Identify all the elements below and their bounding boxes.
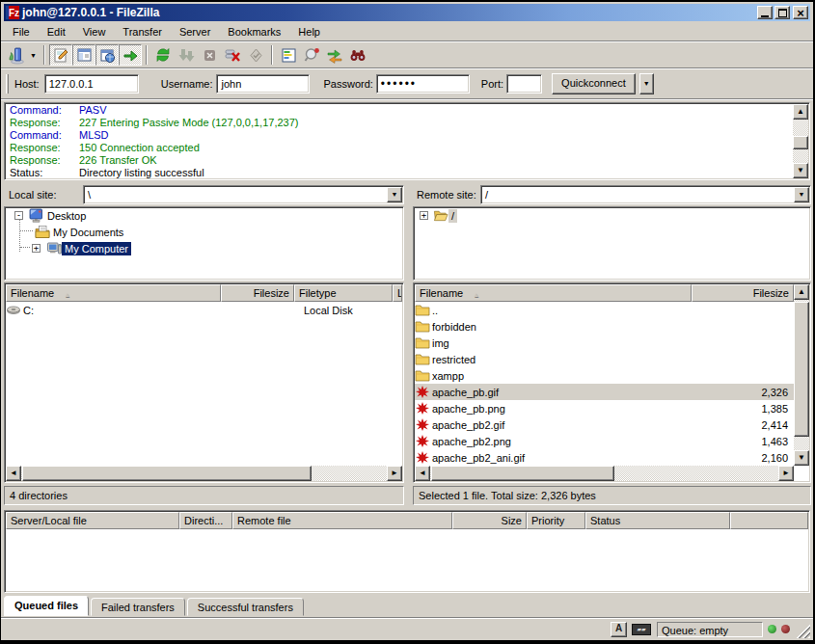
site-manager-dropdown[interactable]: ▼ bbox=[27, 44, 40, 66]
column-header-status[interactable]: Status bbox=[585, 512, 730, 529]
file-row[interactable]: img bbox=[415, 335, 794, 351]
expand-icon[interactable]: + bbox=[420, 211, 428, 220]
toggle-transfer-queue-button[interactable] bbox=[119, 44, 142, 66]
toggle-remote-tree-button[interactable] bbox=[95, 44, 119, 66]
expand-icon[interactable]: + bbox=[32, 244, 41, 253]
combo-dropdown-icon[interactable]: ▼ bbox=[387, 187, 402, 202]
remote-hscrollbar[interactable]: ◄ ► bbox=[415, 466, 794, 481]
menu-help[interactable]: Help bbox=[289, 24, 329, 40]
menu-view[interactable]: View bbox=[74, 24, 115, 40]
directory-listing-filters-button[interactable] bbox=[277, 44, 300, 66]
scroll-right-button[interactable]: ► bbox=[778, 466, 794, 481]
reconnect-button[interactable] bbox=[244, 44, 267, 66]
toggle-local-tree-button[interactable] bbox=[72, 44, 95, 66]
folder-icon bbox=[415, 368, 430, 383]
toolbar-separator bbox=[43, 45, 45, 65]
scroll-up-button[interactable]: ▲ bbox=[794, 284, 809, 300]
menu-file[interactable]: File bbox=[4, 24, 39, 40]
site-manager-button[interactable] bbox=[4, 44, 27, 66]
password-input[interactable]: •••••• bbox=[376, 74, 470, 94]
maximize-button[interactable] bbox=[774, 6, 790, 19]
menu-bookmarks[interactable]: Bookmarks bbox=[219, 24, 289, 40]
cancel-icon bbox=[202, 47, 218, 64]
directory-comparison-button[interactable] bbox=[300, 44, 323, 66]
scroll-down-button[interactable]: ▼ bbox=[793, 163, 808, 178]
file-row[interactable]: restricted bbox=[415, 351, 794, 367]
file-name: .. bbox=[430, 305, 438, 316]
column-header-filename[interactable]: Filename▲ bbox=[6, 284, 221, 302]
tab-queued-files[interactable]: Queued files bbox=[4, 596, 89, 616]
local-hscrollbar[interactable]: ◄ ► bbox=[6, 466, 402, 481]
column-header-filesize[interactable]: Filesize bbox=[692, 284, 794, 302]
local-site-combo[interactable]: \ ▼ bbox=[83, 185, 404, 204]
column-header-priority[interactable]: Priority bbox=[527, 512, 585, 529]
file-name: xampp bbox=[430, 370, 464, 382]
refresh-button[interactable] bbox=[151, 44, 175, 66]
column-header-size[interactable]: Size bbox=[452, 512, 527, 529]
file-row-c-drive[interactable]: C: Local Disk bbox=[6, 302, 402, 318]
quickconnect-button[interactable]: Quickconnect bbox=[552, 73, 636, 94]
file-row[interactable]: forbidden bbox=[415, 318, 794, 335]
cancel-operation-button[interactable] bbox=[198, 44, 221, 66]
column-header-remote-file[interactable]: Remote file bbox=[232, 512, 452, 529]
file-row[interactable]: apache_pb.png1,385 bbox=[415, 400, 794, 416]
column-header-server-local-file[interactable]: Server/Local file bbox=[6, 512, 179, 529]
minimize-button[interactable] bbox=[757, 6, 773, 19]
scroll-left-button[interactable]: ◄ bbox=[6, 466, 21, 481]
toggle-message-log-button[interactable] bbox=[49, 44, 72, 66]
close-button[interactable]: × bbox=[793, 6, 808, 19]
remote-site-combo[interactable]: / ▼ bbox=[480, 185, 811, 204]
file-row[interactable]: .. bbox=[415, 302, 794, 318]
disconnect-button[interactable] bbox=[221, 44, 244, 66]
tree-connector bbox=[20, 247, 30, 248]
scroll-thumb[interactable] bbox=[22, 466, 312, 481]
local-tree[interactable]: - Desktop My Documents bbox=[4, 206, 404, 281]
tab-failed-transfers[interactable]: Failed transfers bbox=[91, 598, 185, 616]
file-row[interactable]: apache_pb2.png1,463 bbox=[415, 433, 794, 449]
speed-limit-icon: ▰▰ bbox=[632, 624, 651, 635]
scroll-right-button[interactable]: ► bbox=[387, 466, 402, 481]
column-header-filesize[interactable]: Filesize bbox=[221, 284, 294, 302]
host-input[interactable]: 127.0.0.1 bbox=[44, 74, 139, 94]
scroll-down-button[interactable]: ▼ bbox=[794, 450, 809, 466]
scroll-left-button[interactable]: ◄ bbox=[415, 466, 430, 481]
synchronized-browsing-button[interactable] bbox=[323, 44, 346, 66]
file-row-selected[interactable]: apache_pb.gif2,326 bbox=[415, 384, 794, 400]
combo-dropdown-icon[interactable]: ▼ bbox=[794, 187, 809, 202]
log-scrollbar[interactable]: ▲ ▼ bbox=[793, 104, 808, 178]
menu-edit[interactable]: Edit bbox=[39, 24, 74, 40]
tab-successful-transfers[interactable]: Successful transfers bbox=[187, 598, 304, 616]
remote-site-label: Remote site: bbox=[413, 189, 480, 201]
menu-transfer[interactable]: Transfer bbox=[114, 24, 171, 40]
file-row[interactable]: apache_pb2.gif2,414 bbox=[415, 416, 794, 433]
quickconnect-dropdown[interactable]: ▼ bbox=[639, 73, 654, 94]
queue-tabs: Queued files Failed transfers Successful… bbox=[4, 596, 306, 616]
status-bar: A ▰▰ Queue: empty bbox=[4, 620, 810, 638]
tree-item-root[interactable]: / bbox=[448, 209, 457, 223]
column-header-lastmodified[interactable]: L bbox=[393, 284, 402, 302]
remote-vscrollbar[interactable]: ▲ ▼ bbox=[794, 284, 809, 466]
menu-server[interactable]: Server bbox=[171, 24, 219, 40]
column-header-filename[interactable]: Filename▲ bbox=[415, 284, 692, 302]
comparison-icon bbox=[303, 46, 320, 64]
column-header-direction[interactable]: Directi... bbox=[179, 512, 232, 529]
remote-tree[interactable]: + / bbox=[413, 206, 811, 281]
port-input[interactable] bbox=[506, 74, 542, 94]
find-files-button[interactable] bbox=[346, 44, 369, 66]
file-row[interactable]: apache_pb2_ani.gif2,160 bbox=[415, 449, 794, 466]
scroll-up-button[interactable]: ▲ bbox=[793, 104, 808, 120]
scroll-thumb[interactable] bbox=[431, 466, 614, 481]
process-queue-button[interactable] bbox=[175, 44, 198, 66]
file-row[interactable]: xampp bbox=[415, 367, 794, 384]
scroll-thumb[interactable] bbox=[794, 302, 809, 437]
column-header-filetype[interactable]: Filetype bbox=[294, 284, 393, 302]
folder-icon bbox=[415, 319, 430, 334]
tree-item-desktop[interactable]: Desktop bbox=[44, 209, 89, 223]
tree-item-my-documents[interactable]: My Documents bbox=[50, 226, 126, 239]
message-log: Command:PASV Response:227 Entering Passi… bbox=[4, 102, 810, 180]
username-input[interactable]: john bbox=[216, 74, 310, 94]
resize-grip[interactable] bbox=[797, 625, 810, 638]
remote-tree-icon bbox=[99, 47, 116, 64]
scroll-thumb[interactable] bbox=[793, 136, 808, 149]
tree-item-my-computer[interactable]: My Computer bbox=[62, 242, 131, 255]
